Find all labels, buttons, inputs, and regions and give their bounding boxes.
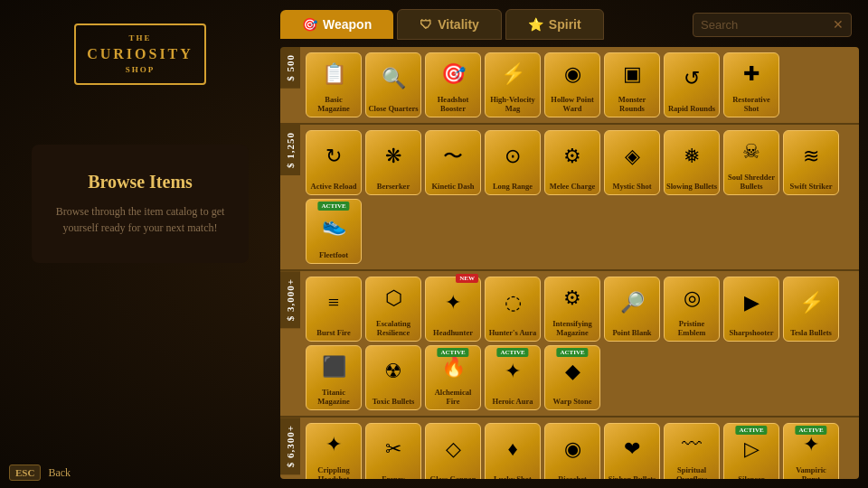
tab-weapon[interactable]: 🎯 Weapon xyxy=(280,10,393,39)
item-icon: ☠ xyxy=(742,133,760,171)
item-card[interactable]: ⬡Escalating Resilience xyxy=(365,277,421,342)
item-icon: ☢ xyxy=(384,348,402,395)
item-card[interactable]: 🎯Headshot Booster xyxy=(425,52,481,117)
logo-shop: SHOP xyxy=(87,64,193,76)
item-card[interactable]: 〰Spiritual Overflow xyxy=(664,423,720,479)
item-card[interactable]: ◈Mystic Shot xyxy=(604,130,660,195)
item-icon: ⚙ xyxy=(563,133,581,180)
item-icon: 🔎 xyxy=(620,279,645,326)
item-card[interactable]: ACTIVE👟Fleetfoot xyxy=(306,199,362,264)
item-card[interactable]: ⚙Intensifying Magazine xyxy=(544,277,600,342)
search-input[interactable] xyxy=(701,18,827,32)
search-bar: ✕ xyxy=(693,13,852,37)
item-card[interactable]: ✦Crippling Headshot xyxy=(306,423,362,479)
item-card[interactable]: 〜Kinetic Dash xyxy=(425,130,481,195)
item-card[interactable]: ⚡High-Velocity Mag xyxy=(485,52,541,117)
item-card[interactable]: ✚Restorative Shot xyxy=(723,52,779,117)
new-badge: NEW xyxy=(456,274,478,283)
item-card[interactable]: ACTIVE✦Heroic Aura xyxy=(485,345,541,410)
tab-weapon-label: Weapon xyxy=(323,17,372,32)
item-name: Vampiric Burst xyxy=(786,465,836,479)
logo-curiosity: CURIOSITY xyxy=(87,44,193,64)
item-icon: ⬡ xyxy=(385,279,402,317)
logo: THE CURIOSITY SHOP xyxy=(74,23,206,85)
item-card[interactable]: ▶Sharpshooter xyxy=(723,277,779,342)
item-card[interactable]: 📋Basic Magazine xyxy=(306,52,362,117)
item-card[interactable]: ACTIVE✦Vampiric Burst xyxy=(783,423,839,479)
price-section-0: $ 500📋Basic Magazine🔍Close Quarters🎯Head… xyxy=(280,47,859,123)
item-name: Hollow Point Ward xyxy=(547,95,598,113)
weapon-icon: 🎯 xyxy=(302,17,317,32)
item-name: Kinetic Dash xyxy=(432,182,475,191)
item-icon: ◇ xyxy=(446,426,461,473)
item-icon: ⚡ xyxy=(799,279,824,326)
item-icon: ◎ xyxy=(684,279,701,317)
logo-the: THE xyxy=(87,33,193,44)
item-card[interactable]: ☢Toxic Bullets xyxy=(365,345,421,410)
active-badge: ACTIVE xyxy=(317,202,349,211)
item-icon: ✦ xyxy=(326,426,342,464)
tab-spirit[interactable]: ⭐ Spirit xyxy=(505,9,604,40)
price-section-2: $ 3,000+≡Burst Fire⬡Escalating Resilienc… xyxy=(280,271,859,416)
item-card[interactable]: ❤Siphon Bullets xyxy=(604,423,660,479)
main-container: THE CURIOSITY SHOP Browse Items Browse t… xyxy=(0,0,868,488)
item-icon: ⬛ xyxy=(322,348,346,386)
item-card[interactable]: ACTIVE◆Warp Stone xyxy=(544,345,600,410)
item-card[interactable]: ◉Hollow Point Ward xyxy=(544,52,600,117)
item-card[interactable]: ❅Slowing Bullets xyxy=(664,130,720,195)
item-card[interactable]: ◇Glass Cannon xyxy=(425,423,481,479)
item-icon: ⚡ xyxy=(501,55,525,93)
item-icon: ↺ xyxy=(684,55,700,102)
item-card[interactable]: 🔍Close Quarters xyxy=(365,52,421,117)
item-icon: ◌ xyxy=(505,279,522,326)
item-name: Hunter's Aura xyxy=(489,328,537,337)
item-name: Monster Rounds xyxy=(607,95,657,113)
item-icon: ◉ xyxy=(564,55,581,93)
item-name: Pristine Emblem xyxy=(666,319,717,337)
item-card[interactable]: ↺Rapid Rounds xyxy=(664,52,720,117)
item-name: Slowing Bullets xyxy=(666,182,717,191)
tab-bar: 🎯 Weapon 🛡 Vitality ⭐ Spirit ✕ xyxy=(280,9,859,40)
item-card[interactable]: ⚙Melee Charge xyxy=(544,130,600,195)
item-card[interactable]: ⊙Long Range xyxy=(485,130,541,195)
item-card[interactable]: ≡Burst Fire xyxy=(306,277,362,342)
item-card[interactable]: 🔎Point Blank xyxy=(604,277,660,342)
item-name: Silencer xyxy=(738,474,764,479)
item-name: Restorative Shot xyxy=(726,95,777,113)
item-icon: ❋ xyxy=(385,133,401,180)
item-card[interactable]: ⚡Tesla Bullets xyxy=(783,277,839,342)
item-card[interactable]: NEW✦Headhunter xyxy=(425,277,481,342)
item-name: Intensifying Magazine xyxy=(547,319,598,337)
item-card[interactable]: ACTIVE🔥Alchemical Fire xyxy=(425,345,481,410)
item-name: High-Velocity Mag xyxy=(487,95,538,113)
item-card[interactable]: ≋Swift Striker xyxy=(783,130,839,195)
item-card[interactable]: ◌Hunter's Aura xyxy=(485,277,541,342)
item-card[interactable]: ✂Frenzy xyxy=(365,423,421,479)
item-icon: ≡ xyxy=(328,279,339,326)
item-name: Glass Cannon xyxy=(430,474,476,479)
item-card[interactable]: ↻Active Reload xyxy=(306,130,362,195)
active-badge: ACTIVE xyxy=(795,426,826,435)
item-card[interactable]: ♦Lucky Shot xyxy=(485,423,541,479)
item-card[interactable]: ❋Berserker xyxy=(365,130,421,195)
item-icon: 🔍 xyxy=(382,55,406,102)
item-icon: ▣ xyxy=(623,55,642,93)
item-card[interactable]: ⬛Titanic Magazine xyxy=(306,345,362,410)
item-card[interactable]: ▣Monster Rounds xyxy=(604,52,660,117)
item-icon: ✦ xyxy=(445,279,461,326)
item-name: Soul Shredder Bullets xyxy=(726,173,777,191)
item-card[interactable]: ◎Pristine Emblem xyxy=(664,277,720,342)
content-area: 🎯 Weapon 🛡 Vitality ⭐ Spirit ✕ $ 500📋Bas… xyxy=(280,0,868,488)
items-area[interactable]: $ 500📋Basic Magazine🔍Close Quarters🎯Head… xyxy=(280,47,859,479)
item-card[interactable]: ACTIVE▷Silencer xyxy=(723,423,779,479)
price-section-1: $ 1,250↻Active Reload❋Berserker〜Kinetic … xyxy=(280,125,859,269)
item-card[interactable]: ◉Ricochet xyxy=(544,423,600,479)
item-card[interactable]: ☠Soul Shredder Bullets xyxy=(723,130,779,195)
item-name: Heroic Aura xyxy=(493,397,533,406)
item-icon: ◈ xyxy=(625,133,640,180)
active-badge: ACTIVE xyxy=(735,426,767,435)
item-icon: 〰 xyxy=(682,426,702,464)
item-name: Crippling Headshot xyxy=(308,465,359,479)
search-close-icon[interactable]: ✕ xyxy=(833,17,844,33)
tab-vitality[interactable]: 🛡 Vitality xyxy=(397,9,502,40)
